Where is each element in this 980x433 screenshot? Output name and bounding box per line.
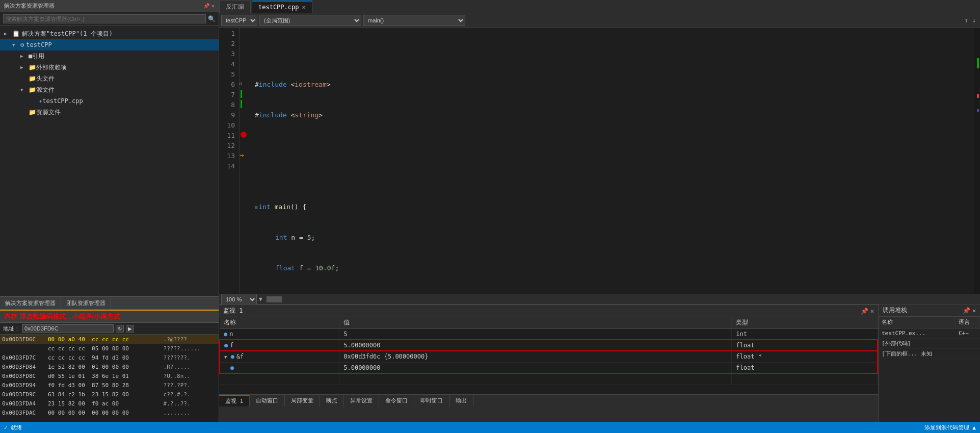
addr-refresh-btn[interactable]: ↻ [116, 325, 124, 333]
cs-name-2: [外部代码] [879, 338, 956, 348]
cs-row-1: testCPP.ex... C++ [879, 328, 980, 338]
headers-label: 头文件 [36, 74, 55, 83]
breakpoint-11[interactable] [241, 132, 247, 138]
solution-explorer-title: 解决方案资源管理器 [4, 2, 55, 10]
h-scrollbar[interactable] [267, 296, 976, 302]
watch-close-icon[interactable]: ✕ [870, 308, 874, 315]
code-line-8: float f = 10.0f ; [255, 263, 969, 273]
watch-pin-icon[interactable]: 📌 [861, 308, 868, 315]
memory-row-5: 0x00D3FD94 f0 fd d3 00 87 50 80 28 ???.?… [0, 380, 219, 390]
status-right[interactable]: 添加到源代码管理 ▲ [924, 424, 976, 431]
watch-tab-breakpoint[interactable]: 断点 [320, 395, 344, 406]
scope-dropdown[interactable]: (全局范围) [259, 15, 361, 26]
mem-bytes-6: 63 84 c2 1b 23 15 82 00 [48, 391, 160, 398]
green-bar-8 [241, 100, 242, 108]
search-icon[interactable]: 🔍 [208, 15, 216, 22]
watch-header-icons: 📌 ✕ [861, 308, 874, 315]
call-stack-header: 调用堆栈 📌 ✕ [879, 304, 980, 317]
watch-tab-immediate-label: 即时窗口 [420, 397, 443, 404]
zoom-dropdown-icon[interactable]: ▼ [259, 296, 262, 302]
tree-item-ref[interactable]: ▶ ■ 引用 [0, 50, 219, 62]
watch-col-name: 名称 [220, 317, 339, 328]
watch-tab-auto-label: 自动窗口 [256, 397, 278, 404]
watch-name-deref: ● [220, 362, 339, 373]
scroll-top-icon[interactable]: ↑ [963, 16, 970, 25]
cs-lang-2 [956, 338, 980, 348]
code-line-4 [255, 141, 969, 151]
watch-tab-exception-label: 异常设置 [350, 397, 373, 404]
func-dropdown[interactable]: main() [363, 15, 465, 26]
cs-row-3: [下面的框... 未知 [879, 348, 980, 359]
watch-tabs: 监视 1 自动窗口 局部变量 断点 异常设置 命令窗口 [219, 394, 878, 406]
tree-item-cpp[interactable]: ✦ testCPP.cpp [0, 95, 219, 107]
watch-val-ampf: 0x00d3fd6c {5.00000000} [339, 351, 732, 362]
watch-tab-local[interactable]: 局部变量 [285, 395, 320, 406]
tree-item-source[interactable]: ▼ 📁 源文件 [0, 84, 219, 95]
editor-main: 1 2 3 4 5 6 7 8 9 10 11 12 13 14 [219, 28, 980, 294]
addr-next-btn[interactable]: ▶ [126, 325, 134, 333]
project-label: testCPP [26, 41, 52, 48]
call-stack-pin-icon[interactable]: 📌 [963, 307, 970, 314]
f-8: f = [295, 263, 315, 273]
n-7: n = [287, 233, 307, 243]
watch-tab-exception[interactable]: 异常设置 [344, 395, 379, 406]
tab-disassembly[interactable]: 反汇编 [219, 1, 251, 13]
bottom-tabs: 解决方案资源管理器 团队资源管理器 [0, 296, 219, 310]
tab-bar: 反汇编 testCPP.cpp ✕ [219, 0, 980, 13]
call-stack-header-icons: 📌 ✕ [963, 307, 976, 314]
watch-tab-output[interactable]: 输出 [449, 395, 473, 406]
mem-chars-2: ???????. [160, 354, 191, 361]
watch-tab-1[interactable]: 监视 1 [219, 395, 250, 406]
tree-item-headers[interactable]: 📁 头文件 [0, 73, 219, 84]
ref-label: 引用 [32, 52, 44, 61]
semi-7: ; [311, 233, 315, 243]
tab-close-icon[interactable]: ✕ [302, 4, 305, 11]
external-label: 外部依赖项 [36, 63, 67, 72]
pin-icon[interactable]: 📌 [203, 3, 209, 9]
expand-icon[interactable]: ▼ [224, 354, 227, 360]
watch-row-f: ●f 5.00000000 float [220, 340, 878, 351]
search-input[interactable] [3, 14, 206, 23]
mem-bytes-1: 00 00 a0 40 cc cc cc cc [48, 336, 160, 343]
watch-tab-command-label: 命令窗口 [385, 397, 408, 404]
zoom-select[interactable]: 100 % [221, 294, 257, 305]
file-dropdown[interactable]: testCPP [221, 15, 257, 26]
tree-item-resources[interactable]: 📁 资源文件 [0, 107, 219, 118]
memory-panel: 内存 浮点数编码格式，小端序/小尾方式 地址： ↻ ▶ 0x00D3FD6C 0… [0, 310, 219, 422]
project-testcpp[interactable]: ▼ ⚙ testCPP [0, 39, 219, 50]
project-icon: ⚙ [20, 41, 24, 48]
watch-type-deref: float [732, 362, 878, 373]
code-editor[interactable]: 1 2 3 4 5 6 7 8 9 10 11 12 13 14 [219, 28, 980, 294]
memory-row-4: 0x00D3FD8C d0 55 1e 01 38 6e 1e 01 ?U..8… [0, 371, 219, 380]
addr-input[interactable] [22, 324, 114, 333]
watch-row-ampf: ▼ ●&f 0x00d3fd6c {5.00000000} float * [220, 351, 878, 362]
h-scrollbar-thumb[interactable] [267, 296, 282, 302]
watch-data-table: 名称 值 类型 ●n 5 int ● [219, 317, 878, 385]
watch-type-empty [732, 373, 878, 385]
collapse-main[interactable]: ⊟ [255, 202, 257, 212]
tab-team-explorer[interactable]: 团队资源管理器 [61, 297, 111, 310]
paren-6: () { [290, 202, 306, 212]
tab-solution-explorer[interactable]: 解决方案资源管理器 [0, 297, 61, 310]
editor-area: 反汇编 testCPP.cpp ✕ testCPP (全局范围) main() [219, 0, 980, 304]
code-content[interactable]: #include <iostream> #include <string> ⊟ … [251, 28, 973, 294]
code-line-2: #include <iostream> [255, 80, 969, 90]
solution-root[interactable]: ▶ 📋 解决方案"testCPP"(1 个项目) [0, 28, 219, 39]
indicators-column: ⊟ [240, 28, 251, 294]
watch-tab-command[interactable]: 命令窗口 [379, 395, 414, 406]
watch-tab-auto[interactable]: 自动窗口 [250, 395, 285, 406]
close-icon[interactable]: ✕ [211, 3, 215, 9]
call-stack-close-icon[interactable]: ✕ [972, 307, 976, 314]
main-fn: main [275, 202, 290, 212]
scroll-bottom-icon[interactable]: ↓ [970, 16, 978, 25]
mem-bytes-1b: cc cc cc cc 05 00 00 00 [48, 345, 160, 352]
watch-tab-immediate[interactable]: 即时窗口 [414, 395, 449, 406]
watch-val-n: 5 [339, 328, 732, 340]
tree-item-external[interactable]: ▶ 📁 外部依赖项 [0, 62, 219, 73]
watch-panel-header: 监视 1 📌 ✕ [219, 305, 878, 317]
mem-addr-6: 0x00D3FD9C [2, 391, 48, 398]
watch-icon-f: ● [224, 342, 228, 349]
tab-testcpp[interactable]: testCPP.cpp ✕ [252, 1, 312, 13]
header-icons: 📌 ✕ [203, 3, 215, 9]
line-numbers: 1 2 3 4 5 6 7 8 9 10 11 12 13 14 [219, 28, 240, 294]
